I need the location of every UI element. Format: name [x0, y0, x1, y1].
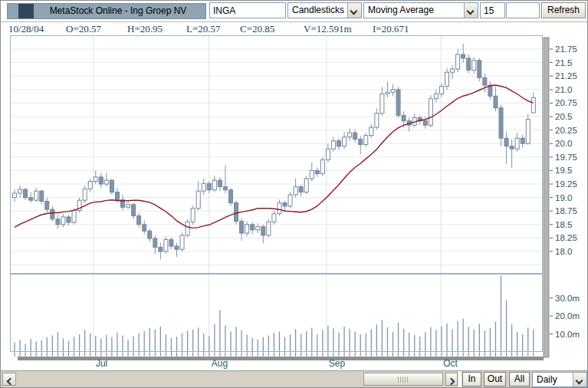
- svg-text:20.0m: 20.0m: [555, 311, 580, 321]
- title-accent-block: [18, 4, 34, 18]
- scrollbar-grip: [398, 376, 409, 383]
- indicator-dropdown-button[interactable]: [464, 3, 478, 18]
- quote-info-item: C=20.85: [240, 23, 274, 35]
- zoom-out-button[interactable]: Out: [484, 372, 506, 386]
- zoom-all-button[interactable]: All: [509, 372, 530, 386]
- chart-type-dropdown-button[interactable]: [347, 3, 361, 18]
- indicator-select[interactable]: Moving Average: [363, 2, 478, 18]
- svg-text:21.5: 21.5: [555, 58, 572, 67]
- bottombar-separator: [458, 371, 462, 387]
- quote-info-item: O=20.57: [66, 23, 101, 35]
- svg-text:18.25: 18.25: [555, 233, 577, 242]
- price-gridlines: [11, 49, 542, 265]
- moving-average-line: [15, 85, 534, 228]
- month-gridlines: [94, 36, 441, 351]
- timeframe-dropdown-button[interactable]: [573, 373, 586, 386]
- refresh-button[interactable]: Refresh: [541, 2, 586, 18]
- chevron-right-icon: [448, 378, 455, 386]
- scroll-right-button[interactable]: [445, 373, 458, 386]
- symbol-input[interactable]: [209, 2, 286, 18]
- chart-type-value: Candlesticks: [292, 3, 347, 18]
- svg-text:20.0: 20.0: [555, 139, 572, 148]
- bottom-scrollbar-row: In Out All Daily: [1, 370, 588, 387]
- chevron-down-icon: [576, 377, 583, 385]
- quote-info-item: I=20.671: [373, 23, 409, 35]
- chevron-left-icon: [7, 378, 15, 386]
- price-axis-labels: 21.7521.521.2521.020.7520.520.2520.019.7…: [550, 44, 577, 256]
- axis-splitter: [544, 38, 549, 357]
- timeframe-select[interactable]: Daily: [532, 372, 587, 387]
- month-label: Jul: [96, 358, 107, 369]
- indicator-value: Moving Average: [368, 3, 464, 18]
- svg-text:21.25: 21.25: [555, 71, 577, 81]
- quote-info-item: L=20.57: [186, 23, 221, 35]
- zoom-in-button[interactable]: In: [462, 372, 481, 386]
- svg-text:18.5: 18.5: [555, 220, 572, 229]
- volume-bars: [15, 276, 534, 351]
- metastock-window: MetaStock Online - Ing Groep NV Candlest…: [0, 0, 588, 388]
- svg-text:19.25: 19.25: [555, 179, 577, 189]
- month-label: Oct: [443, 358, 458, 369]
- svg-text:18.0: 18.0: [555, 247, 572, 256]
- window-title: MetaStock Online - Ing Groep NV: [34, 4, 202, 18]
- chevron-down-icon: [467, 8, 475, 15]
- svg-text:10.0m: 10.0m: [555, 330, 580, 339]
- svg-text:21.0: 21.0: [555, 85, 572, 94]
- quote-info-item: 10/28/04: [8, 23, 44, 35]
- svg-text:19.75: 19.75: [555, 153, 577, 162]
- chevron-down-icon: [350, 8, 358, 15]
- quote-info-row: 10/28/04O=20.57H=20.95L=20.57C=20.85V=12…: [1, 22, 588, 35]
- toolbar: MetaStock Online - Ing Groep NV Candlest…: [1, 1, 588, 22]
- x-tick-marks: [15, 353, 534, 357]
- month-label: Sep: [329, 358, 346, 369]
- svg-text:20.5: 20.5: [555, 112, 572, 121]
- chart-area[interactable]: JulAugSepOct21.7521.521.2521.020.7520.52…: [1, 35, 588, 370]
- title-bar: MetaStock Online - Ing Groep NV: [7, 3, 206, 19]
- svg-text:20.25: 20.25: [555, 126, 577, 135]
- svg-text:30.0m: 30.0m: [555, 294, 580, 303]
- quote-info-item: V=12.591m: [304, 23, 352, 35]
- ma-period-input[interactable]: [480, 2, 505, 18]
- volume-axis-labels: 30.0m20.0m10.0m: [550, 294, 580, 339]
- timeframe-value: Daily: [537, 373, 557, 386]
- svg-text:21.75: 21.75: [555, 44, 577, 54]
- aux-parameter-input[interactable]: [506, 2, 540, 18]
- price-volume-chart: JulAugSepOct21.7521.521.2521.020.7520.52…: [1, 35, 588, 370]
- svg-text:18.75: 18.75: [555, 206, 577, 215]
- month-label: Aug: [212, 358, 228, 369]
- scroll-left-button[interactable]: [2, 373, 16, 386]
- quote-info-item: H=20.95: [127, 23, 163, 35]
- svg-text:20.75: 20.75: [555, 98, 577, 107]
- scrollbar-thumb[interactable]: [363, 373, 443, 386]
- svg-text:19.0: 19.0: [555, 193, 572, 202]
- svg-text:19.5: 19.5: [555, 166, 572, 175]
- panel-frames: [11, 36, 543, 352]
- chart-type-select[interactable]: Candlesticks: [287, 2, 362, 18]
